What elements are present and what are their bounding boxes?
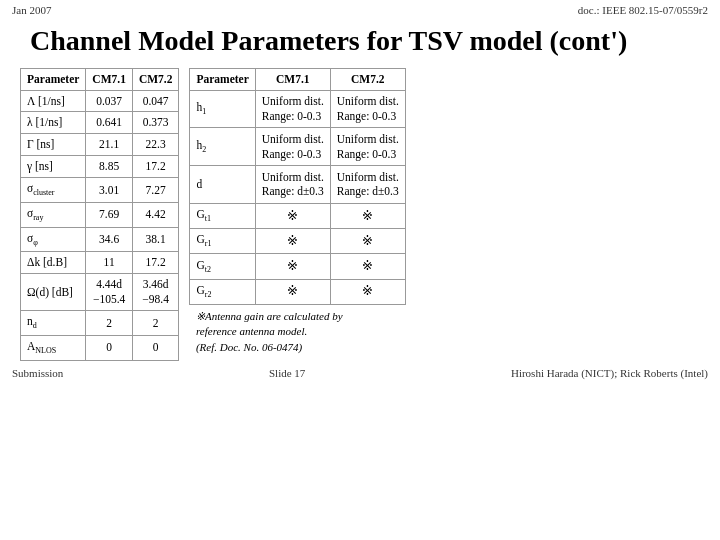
param-gamma-big: Γ [ns] xyxy=(21,134,86,156)
param-h1: h1 xyxy=(190,90,255,128)
table-row: σray 7.69 4.42 xyxy=(21,202,179,227)
table-row: σcluster 3.01 7.27 xyxy=(21,178,179,203)
table-row: nd 2 2 xyxy=(21,311,179,336)
left-col-cm72: CM7.2 xyxy=(132,68,179,90)
param-lambda-small: λ [1/ns] xyxy=(21,112,86,134)
left-table: Parameter CM7.1 CM7.2 Λ [1/ns] 0.037 0.0… xyxy=(20,68,179,361)
tables-container: Parameter CM7.1 CM7.2 Λ [1/ns] 0.037 0.0… xyxy=(0,68,720,361)
footer-right: Hiroshi Harada (NICT); Rick Roberts (Int… xyxy=(511,367,708,379)
table-row: ANLOS 0 0 xyxy=(21,335,179,360)
param-gr2: Gr2 xyxy=(190,279,255,304)
table-row: Gt2 ※ ※ xyxy=(190,254,405,279)
table-row: h1 Uniform dist.Range: 0-0.3 Uniform dis… xyxy=(190,90,405,128)
footer-center: Slide 17 xyxy=(269,367,305,379)
table-row: γ [ns] 8.85 17.2 xyxy=(21,156,179,178)
table-row: λ [1/ns] 0.641 0.373 xyxy=(21,112,179,134)
table-row: h2 Uniform dist.Range: 0-0.3 Uniform dis… xyxy=(190,128,405,166)
param-lambda-big: Λ [1/ns] xyxy=(21,90,86,112)
table-row: Ω(d) [dB] 4.44d−105.4 3.46d−98.4 xyxy=(21,274,179,311)
right-col-param: Parameter xyxy=(190,68,255,90)
param-gt2: Gt2 xyxy=(190,254,255,279)
left-col-param: Parameter xyxy=(21,68,86,90)
footnote: ※Antenna gain are calculated byreference… xyxy=(190,304,405,360)
param-sigma-phi: σφ xyxy=(21,227,86,252)
table-row: Δk [d.B] 11 17.2 xyxy=(21,252,179,274)
param-anlos: ANLOS xyxy=(21,335,86,360)
param-sigma-cluster: σcluster xyxy=(21,178,86,203)
param-gamma-small: γ [ns] xyxy=(21,156,86,178)
right-col-cm71: CM7.1 xyxy=(255,68,330,90)
table-row: Gr1 ※ ※ xyxy=(190,229,405,254)
footnote-row: ※Antenna gain are calculated byreference… xyxy=(190,304,405,360)
table-row: d Uniform dist.Range: d±0.3 Uniform dist… xyxy=(190,166,405,204)
footer-left: Submission xyxy=(12,367,63,379)
header-left: Jan 2007 xyxy=(12,4,51,16)
footer-bar: Submission Slide 17 Hiroshi Harada (NICT… xyxy=(0,361,720,379)
right-table: Parameter CM7.1 CM7.2 h1 Uniform dist.Ra… xyxy=(189,68,405,361)
table-row: σφ 34.6 38.1 xyxy=(21,227,179,252)
param-gr1: Gr1 xyxy=(190,229,255,254)
header-right: doc.: IEEE 802.15-07/0559r2 xyxy=(578,4,708,16)
table-row: Γ [ns] 21.1 22.3 xyxy=(21,134,179,156)
param-omega: Ω(d) [dB] xyxy=(21,274,86,311)
left-col-cm71: CM7.1 xyxy=(86,68,133,90)
table-row: Λ [1/ns] 0.037 0.047 xyxy=(21,90,179,112)
page-title: Channel Model Parameters for TSV model (… xyxy=(0,20,720,68)
param-gt1: Gt1 xyxy=(190,203,255,228)
table-row: Gr2 ※ ※ xyxy=(190,279,405,304)
param-nd: nd xyxy=(21,311,86,336)
param-h2: h2 xyxy=(190,128,255,166)
param-delta-k: Δk [d.B] xyxy=(21,252,86,274)
param-d: d xyxy=(190,166,255,204)
table-row: Gt1 ※ ※ xyxy=(190,203,405,228)
right-col-cm72: CM7.2 xyxy=(330,68,405,90)
param-sigma-ray: σray xyxy=(21,202,86,227)
